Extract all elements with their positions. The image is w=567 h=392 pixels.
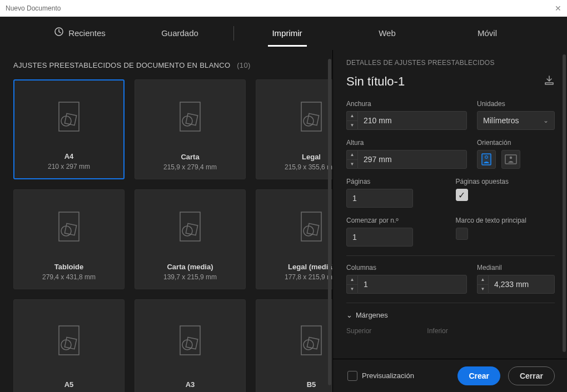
columns-input[interactable] — [357, 275, 467, 294]
label-anchura: Anchura — [346, 100, 467, 108]
divider — [233, 26, 234, 41]
height-input[interactable] — [357, 150, 467, 169]
start-page-input[interactable] — [346, 228, 413, 247]
label-paginas: Páginas — [346, 178, 446, 185]
document-icon — [298, 300, 325, 380]
preset-size: 210 x 297 mm — [48, 163, 90, 170]
label-columnas: Columnas — [346, 264, 467, 272]
preset-card-a5[interactable]: A5 — [13, 299, 125, 392]
gutter-stepper[interactable]: ▲▼ — [477, 275, 555, 294]
label-superior: Superior — [346, 327, 371, 335]
preset-name: A3 — [186, 380, 195, 389]
chevron-down-icon[interactable]: ▼ — [347, 160, 357, 169]
save-preset-icon[interactable] — [544, 75, 555, 88]
chevron-up-icon[interactable]: ▲ — [347, 275, 357, 285]
preview-checkbox[interactable]: Previsualización — [347, 371, 414, 381]
preset-name: Tabloide — [54, 263, 83, 271]
margins-section-toggle[interactable]: ⌄ Márgenes — [346, 311, 555, 319]
chevron-down-icon[interactable]: ▼ — [347, 285, 357, 294]
units-select[interactable]: Milímetros ⌄ — [477, 111, 555, 130]
document-icon — [177, 80, 203, 153]
pages-input[interactable] — [346, 189, 413, 208]
label-opuestas: Páginas opuestas — [456, 178, 555, 185]
chevron-up-icon[interactable]: ▲ — [347, 150, 357, 160]
preset-name: Legal (media) — [288, 263, 332, 271]
preset-size: 177,8 x 215,9 mm — [285, 273, 332, 281]
details-header: DETALLES DE AJUSTES PREESTABLECIDOS — [346, 59, 555, 67]
preset-card-legal[interactable]: Legal 215,9 x 355,6 mm — [256, 79, 332, 179]
preset-size: 279,4 x 431,8 mm — [42, 273, 96, 281]
preset-name: Legal — [302, 153, 321, 161]
chevron-down-icon[interactable]: ▼ — [478, 285, 488, 294]
facing-pages-checkbox[interactable]: ✓ — [456, 189, 468, 201]
divider — [346, 303, 555, 303]
svg-point-29 — [485, 156, 488, 159]
gutter-input[interactable] — [488, 275, 555, 294]
preset-size: 215,9 x 355,6 mm — [285, 163, 332, 171]
width-stepper[interactable]: ▲▼ — [346, 111, 467, 130]
label-marco: Marco de texto principal — [456, 217, 555, 224]
tab-guardado[interactable]: Guardado — [130, 17, 230, 50]
preset-card-tabloide[interactable]: Tabloide 279,4 x 431,8 mm — [13, 189, 125, 289]
chevron-down-icon[interactable]: ▼ — [347, 121, 357, 130]
label-inferior: Inferior — [427, 327, 447, 335]
document-icon — [56, 81, 82, 152]
document-icon — [56, 190, 82, 263]
preset-card-a4[interactable]: A4 210 x 297 mm — [13, 79, 125, 179]
create-button[interactable]: Crear — [457, 366, 500, 385]
close-button[interactable]: Cerrar — [508, 366, 555, 385]
category-tabs: Recientes Guardado Imprimir Web Móvil — [0, 17, 567, 50]
height-stepper[interactable]: ▲▼ — [346, 150, 467, 169]
chevron-up-icon[interactable]: ▲ — [478, 275, 488, 285]
document-icon — [298, 80, 325, 153]
document-icon — [298, 190, 325, 263]
checkbox-icon — [347, 371, 357, 381]
chevron-down-icon: ⌄ — [346, 311, 352, 319]
document-icon — [177, 190, 203, 263]
tab-web[interactable]: Web — [337, 17, 437, 50]
document-name[interactable]: Sin título-1 — [346, 74, 405, 89]
preset-card-b5[interactable]: B5 — [256, 299, 332, 392]
preset-size: 139,7 x 215,9 mm — [163, 273, 217, 281]
label-comenzar: Comenzar por n.º — [346, 217, 446, 224]
preset-name: B5 — [307, 380, 316, 389]
preset-card-carta-media-[interactable]: Carta (media) 139,7 x 215,9 mm — [135, 189, 246, 289]
tab-imprimir[interactable]: Imprimir — [237, 17, 337, 50]
chevron-down-icon: ⌄ — [543, 117, 549, 124]
label-orientacion: Orientación — [477, 139, 555, 147]
clock-icon — [54, 17, 64, 51]
document-icon — [177, 300, 203, 380]
divider — [346, 255, 555, 256]
preset-name: A5 — [64, 380, 74, 389]
preset-card-a3[interactable]: A3 — [135, 299, 246, 392]
orientation-portrait[interactable] — [477, 150, 496, 169]
preset-name: Carta (media) — [167, 263, 213, 271]
window-title: Nuevo Documento — [6, 4, 61, 12]
width-input[interactable] — [357, 111, 467, 130]
document-icon — [56, 300, 82, 380]
label-unidades: Unidades — [477, 100, 555, 108]
tab-movil[interactable]: Móvil — [437, 17, 538, 50]
label-medianil: Medianil — [477, 264, 555, 272]
columns-stepper[interactable]: ▲▼ — [346, 275, 467, 294]
preset-card-legal-media-[interactable]: Legal (media) 177,8 x 215,9 mm — [256, 189, 332, 289]
chevron-up-icon[interactable]: ▲ — [347, 112, 357, 121]
presets-header: AJUSTES PREESTABLECIDOS DE DOCUMENTO EN … — [13, 61, 321, 69]
preset-card-carta[interactable]: Carta 215,9 x 279,4 mm — [135, 79, 246, 179]
label-altura: Altura — [346, 139, 467, 147]
primary-text-frame-checkbox[interactable] — [456, 228, 468, 240]
close-icon[interactable]: ✕ — [555, 4, 561, 13]
preset-name: Carta — [181, 153, 199, 161]
tab-recientes[interactable]: Recientes — [30, 17, 130, 50]
preset-size: 215,9 x 279,4 mm — [163, 163, 217, 171]
orientation-landscape[interactable] — [501, 150, 520, 169]
preset-name: A4 — [64, 152, 74, 160]
svg-point-31 — [510, 157, 513, 159]
